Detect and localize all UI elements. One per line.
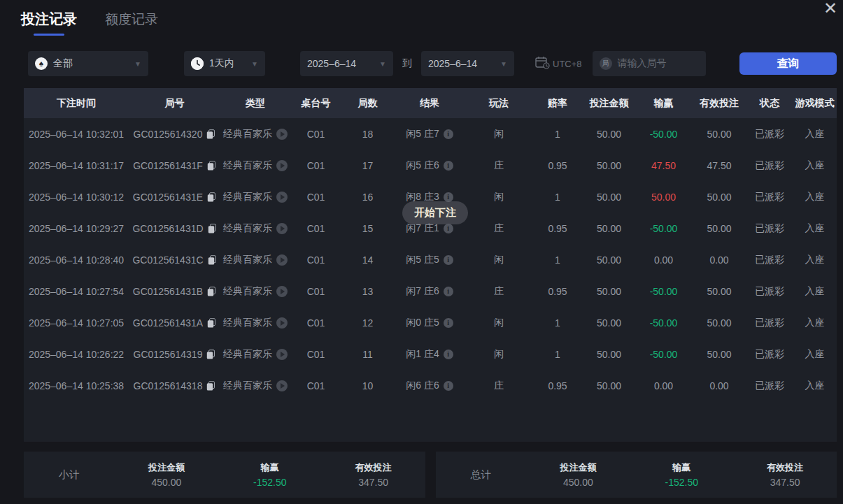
play-circle-icon xyxy=(276,129,288,140)
tab-bar: 投注记录 额度记录 xyxy=(21,10,843,36)
play-method: 闲 xyxy=(465,348,532,361)
info-icon[interactable]: i xyxy=(444,129,453,139)
status-text: 已派彩 xyxy=(755,222,784,235)
tab-quota-records[interactable]: 额度记录 xyxy=(105,10,158,36)
table-number-text: C01 xyxy=(307,223,325,234)
date-to-label: 到 xyxy=(402,57,412,70)
play-method-text: 庄 xyxy=(494,380,504,392)
round-id: GC012561431E xyxy=(129,192,220,203)
win-loss: -50.00 xyxy=(635,129,692,140)
copy-icon[interactable] xyxy=(206,381,215,391)
game-type: 经典百家乐 xyxy=(220,191,290,203)
copy-icon[interactable] xyxy=(207,318,216,328)
copy-icon[interactable] xyxy=(207,192,216,202)
info-icon[interactable]: i xyxy=(444,161,453,171)
info-icon[interactable]: i xyxy=(444,287,453,296)
game-mode: 入座 xyxy=(793,380,837,392)
round-count-text: 16 xyxy=(362,192,374,203)
result-text: 闲1 庄4 xyxy=(406,348,439,361)
status: 已派彩 xyxy=(746,348,793,361)
round-number-input[interactable]: 局 请输入局号 xyxy=(593,51,706,76)
bet-time: 2025–06–14 10:29:27 xyxy=(24,223,129,234)
table-number-text: C01 xyxy=(307,349,325,360)
status: 已派彩 xyxy=(746,222,793,235)
date-from-picker[interactable]: 2025–6–14 ▼ xyxy=(300,51,393,76)
win-loss: -50.00 xyxy=(635,349,692,360)
status: 已派彩 xyxy=(746,128,793,141)
chevron-down-icon: ▼ xyxy=(246,60,258,68)
query-button[interactable]: 查询 xyxy=(739,52,837,75)
valid-bet-value: 347.50 xyxy=(733,477,837,488)
table-number-text: C01 xyxy=(307,192,325,203)
info-icon[interactable]: i xyxy=(444,192,453,202)
round-id-text: GC012561431B xyxy=(133,286,203,297)
bet-amount: 50.00 xyxy=(583,380,635,391)
result: 闲5 庄5i xyxy=(394,254,465,266)
info-icon[interactable]: i xyxy=(444,381,453,391)
odds-text: 1 xyxy=(555,349,560,360)
copy-icon[interactable] xyxy=(206,129,215,139)
table-number: C01 xyxy=(290,317,341,329)
win-loss-text: -50.00 xyxy=(650,223,678,234)
odds-text: 1 xyxy=(555,129,560,140)
table-header: 下注时间局号类型桌台号局数结果玩法赔率投注金额输赢有效投注状态游戏模式 xyxy=(24,88,837,118)
win-loss-text: -50.00 xyxy=(650,286,678,297)
subtotal-valid: 有效投注 347.50 xyxy=(322,461,425,488)
table-number-text: C01 xyxy=(307,160,325,171)
status: 已派彩 xyxy=(746,191,793,203)
game-mode-text: 入座 xyxy=(805,317,825,329)
bet-amount-value: 450.00 xyxy=(115,477,218,488)
info-icon[interactable]: i xyxy=(444,224,453,233)
game-type-text: 经典百家乐 xyxy=(223,348,272,361)
round-id-text: GC012561431C xyxy=(132,254,203,266)
subtotal-win: 输赢 -152.50 xyxy=(218,461,322,488)
status: 已派彩 xyxy=(746,254,793,266)
game-mode: 入座 xyxy=(793,191,837,203)
filter-bar: ♠ 全部 ▼ 1天内 ▼ 2025–6–14 ▼ 到 2025–6–14 ▼ U… xyxy=(0,51,843,76)
bet-time-text: 2025–06–14 10:26:22 xyxy=(29,349,124,360)
play-method-text: 闲 xyxy=(494,348,504,361)
tab-betting-records[interactable]: 投注记录 xyxy=(21,10,77,36)
bet-time: 2025–06–14 10:31:17 xyxy=(24,160,129,171)
info-icon[interactable]: i xyxy=(444,318,453,328)
table-number: C01 xyxy=(290,286,341,297)
copy-icon[interactable] xyxy=(208,255,217,265)
round-id-text: GC012561431D xyxy=(132,223,203,234)
win-loss: -50.00 xyxy=(635,286,692,297)
date-to-picker[interactable]: 2025–6–14 ▼ xyxy=(421,51,514,76)
info-icon[interactable]: i xyxy=(444,350,453,359)
odds: 0.95 xyxy=(532,286,583,297)
bet-time: 2025–06–14 10:28:40 xyxy=(24,254,129,266)
round-id-text: GC012561431E xyxy=(133,192,203,203)
copy-icon[interactable] xyxy=(207,287,216,296)
table-row: 2025–06–14 10:32:01GC0125614320经典百家乐C011… xyxy=(24,118,837,150)
bet-amount: 50.00 xyxy=(583,254,635,266)
game-mode: 入座 xyxy=(793,222,837,235)
copy-icon[interactable] xyxy=(206,350,215,359)
valid-bet: 50.00 xyxy=(692,223,746,234)
time-range-select[interactable]: 1天内 ▼ xyxy=(184,51,265,76)
game-type-text: 经典百家乐 xyxy=(223,285,272,298)
game-type: 经典百家乐 xyxy=(220,159,290,172)
copy-icon[interactable] xyxy=(207,161,216,171)
table-number: C01 xyxy=(290,192,341,203)
odds: 1 xyxy=(532,317,583,329)
titlebar: 投注记录 额度记录 ✕ xyxy=(0,0,843,36)
game-type-text: 经典百家乐 xyxy=(223,128,272,141)
subtotal-panel: 小计 投注金额 450.00 输赢 -152.50 有效投注 347.50 xyxy=(24,452,425,498)
odds: 0.95 xyxy=(532,380,583,391)
game-type-value: 全部 xyxy=(53,57,73,70)
bet-amount: 50.00 xyxy=(583,223,635,234)
close-icon[interactable]: ✕ xyxy=(823,0,837,17)
game-mode: 入座 xyxy=(793,317,837,329)
round-id: GC012561431A xyxy=(129,317,220,329)
play-circle-icon xyxy=(276,254,288,266)
bet-amount: 50.00 xyxy=(583,317,635,329)
info-icon[interactable]: i xyxy=(444,255,453,265)
win-loss-text: 47.50 xyxy=(651,160,676,171)
result: 闲0 庄5i xyxy=(394,317,465,329)
game-type-select[interactable]: ♠ 全部 ▼ xyxy=(28,51,148,76)
column-header: 投注金额 xyxy=(583,97,635,110)
copy-icon[interactable] xyxy=(208,224,217,233)
table-number: C01 xyxy=(290,129,341,140)
